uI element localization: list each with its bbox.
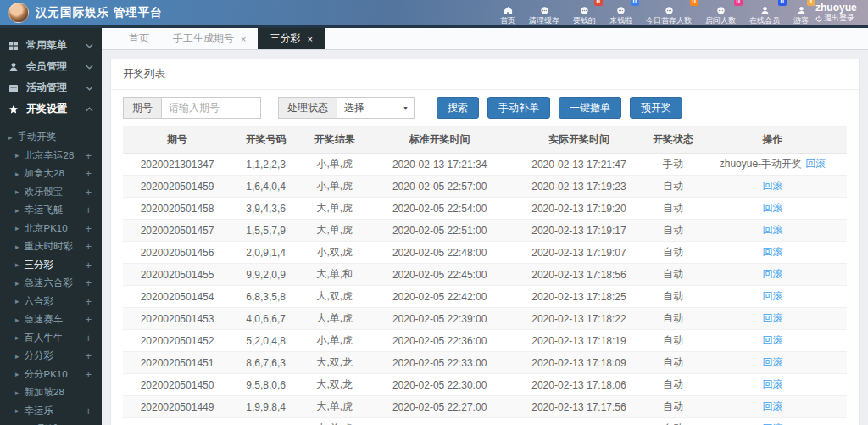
expand-plus-icon[interactable]: +	[85, 223, 92, 234]
status-cell: 自动	[648, 396, 698, 418]
expand-plus-icon[interactable]: +	[85, 150, 92, 161]
manual-fill-button[interactable]: 手动补单	[487, 97, 550, 119]
expand-plus-icon[interactable]: +	[85, 314, 92, 325]
online-members-icon	[760, 6, 770, 15]
sidebar-section-common-menu[interactable]: 常用菜单	[0, 35, 102, 56]
close-icon[interactable]: ×	[307, 34, 312, 44]
tab-home[interactable]: 首页	[117, 28, 161, 49]
sidebar-item-canada28[interactable]: ▸加拿大28+	[0, 165, 102, 183]
numbers-cell: 2,0,9,1,4	[231, 242, 300, 264]
caret-right-icon: ▸	[15, 406, 19, 415]
expand-plus-icon[interactable]: +	[85, 277, 92, 288]
sidebar-item-label: 重庆时时彩	[25, 240, 74, 253]
expand-plus-icon[interactable]: +	[85, 260, 92, 271]
status-cell: 自动	[648, 264, 698, 286]
sidebar-item-sanfencai[interactable]: ▸三分彩+	[0, 256, 102, 275]
tab-sanfencai[interactable]: 三分彩×	[258, 28, 324, 49]
sidebar-item-fenfencai[interactable]: ▸分分彩+	[0, 347, 102, 366]
result-cell: 大,单,虎	[300, 198, 369, 220]
rollback-link[interactable]: 回滚	[762, 400, 782, 412]
column-header: 实际开奖时间	[510, 126, 648, 154]
rollback-link[interactable]: 回滚	[762, 334, 782, 346]
rollback-link[interactable]: 回滚	[762, 246, 782, 258]
sidebar-item-singapore28[interactable]: ▸新加坡28	[0, 383, 102, 402]
rollback-link[interactable]: 回滚	[762, 224, 782, 236]
sidebar-item-label: 六合彩	[25, 295, 54, 308]
sidebar-item-chongqing-ssc[interactable]: ▸重庆时时彩+	[0, 238, 102, 256]
actual-time-cell: 2020-02-13 17:17:53	[510, 418, 648, 425]
nav-today-first-deposit[interactable]: 0今日首存人数	[639, 0, 698, 27]
operation-cell: zhuoyue-手动开奖回滚	[698, 154, 847, 176]
status-cell: 自动	[648, 220, 698, 242]
actual-time-cell: 2020-02-13 17:18:56	[510, 264, 648, 286]
expand-plus-icon[interactable]: +	[85, 333, 92, 344]
actual-time-cell: 2020-02-13 17:19:20	[510, 198, 648, 220]
expand-plus-icon[interactable]: +	[85, 369, 92, 380]
status-cell: 自动	[648, 308, 698, 330]
nav-home[interactable]: 首页	[493, 0, 522, 27]
status-select[interactable]: 选择 ▼	[337, 97, 415, 119]
sidebar-section-draw-settings[interactable]: 开奖设置	[0, 98, 102, 120]
sidebar-item-happy-sicbo[interactable]: ▸欢乐骰宝+	[0, 183, 102, 202]
sidebar-item-label: 北京PK10	[25, 222, 68, 235]
sidebar-section-member-management[interactable]: 会员管理	[0, 56, 102, 77]
rollback-link[interactable]: 回滚	[805, 158, 826, 170]
std-time-cell: 2020-02-05 22:48:00	[369, 242, 510, 264]
sidebar-section-label: 开奖设置	[26, 102, 67, 116]
sidebar-item-label: 三分彩	[25, 259, 54, 271]
table-row: 20200205014591,6,4,0,4小,单,虎2020-02-05 22…	[123, 176, 847, 198]
status-cell: 自动	[648, 286, 698, 308]
status-label: 处理状态	[278, 97, 337, 119]
nav-guests[interactable]: 1游客	[787, 0, 815, 27]
actual-time-cell: 2020-02-13 17:18:09	[510, 352, 648, 374]
issue-input[interactable]	[161, 97, 261, 119]
expand-plus-icon[interactable]: +	[85, 187, 92, 198]
rollback-link[interactable]: 回滚	[762, 180, 782, 192]
nav-money-request[interactable]: 0要钱的	[566, 0, 603, 27]
expand-plus-icon[interactable]: +	[85, 241, 92, 252]
sidebar-item-fenfen-pk10[interactable]: ▸分分PK10+	[0, 366, 102, 384]
sidebar-item-label: 分分PK10	[25, 368, 68, 381]
nav-clear-cache[interactable]: 清理缓存	[522, 0, 566, 27]
sidebar-item-speed-racing[interactable]: ▸急速赛车+	[0, 310, 102, 329]
rollback-link[interactable]: 回滚	[762, 378, 782, 390]
expand-plus-icon[interactable]: +	[85, 204, 92, 215]
pre-draw-button[interactable]: 预开奖	[630, 97, 682, 119]
sidebar-item-liuhecai[interactable]: ▸六合彩+	[0, 293, 102, 311]
nav-room-count-badge: 0	[734, 0, 743, 6]
search-button[interactable]: 搜索	[437, 97, 479, 119]
nav-online-members[interactable]: 0在线会员	[743, 0, 787, 27]
rollback-link[interactable]: 回滚	[762, 312, 782, 324]
nav-money-incoming[interactable]: 0来钱啦	[603, 0, 639, 27]
sidebar-item-lucky-le[interactable]: ▸幸运乐+	[0, 402, 102, 421]
expand-plus-icon[interactable]: +	[85, 168, 92, 179]
sidebar-item-speed-liuhecai[interactable]: ▸急速六合彩+	[0, 274, 102, 293]
sidebar-section-activity-management[interactable]: 活动管理	[0, 77, 102, 98]
sidebar-item-manual-draw[interactable]: ▸手动开奖	[0, 128, 102, 147]
sidebar-item-sg-airship[interactable]: ▸SG飞艇+	[0, 420, 102, 425]
one-key-cancel-button[interactable]: 一键撤单	[559, 97, 621, 119]
tab-manual-issue[interactable]: 手工生成期号×	[161, 28, 258, 49]
expand-plus-icon[interactable]: +	[85, 350, 92, 361]
rollback-link[interactable]: 回滚	[762, 290, 782, 302]
result-cell: 大,单,虎	[300, 418, 369, 425]
sidebar-item-beijing-lucky28[interactable]: ▸北京幸运28+	[0, 147, 102, 165]
numbers-cell: 6,8,3,5,8	[231, 286, 300, 308]
rollback-link[interactable]: 回滚	[762, 202, 782, 214]
numbers-cell: 9,5,8,0,6	[231, 374, 300, 396]
std-time-cell: 2020-02-05 22:39:00	[369, 308, 510, 330]
table-body: 20200213013471,1,2,2,3小,单,虎2020-02-13 17…	[123, 154, 847, 425]
sidebar-item-beijing-pk10[interactable]: ▸北京PK10+	[0, 220, 102, 238]
rollback-link[interactable]: 回滚	[762, 268, 782, 280]
sidebar-item-bairen-niuniu[interactable]: ▸百人牛牛+	[0, 329, 102, 348]
sidebar-item-lucky-airship[interactable]: ▸幸运飞艇+	[0, 201, 102, 220]
nav-room-count[interactable]: 0房间人数	[698, 0, 743, 27]
nav-money-request-badge: 0	[594, 0, 603, 6]
expand-plus-icon[interactable]: +	[85, 296, 92, 307]
expand-plus-icon[interactable]: +	[85, 405, 92, 417]
rollback-link[interactable]: 回滚	[762, 356, 782, 368]
close-icon[interactable]: ×	[241, 34, 246, 44]
result-cell: 大,双,龙	[300, 352, 369, 374]
caret-right-icon: ▸	[15, 187, 19, 196]
logout-button[interactable]: 退出登录	[815, 14, 868, 23]
